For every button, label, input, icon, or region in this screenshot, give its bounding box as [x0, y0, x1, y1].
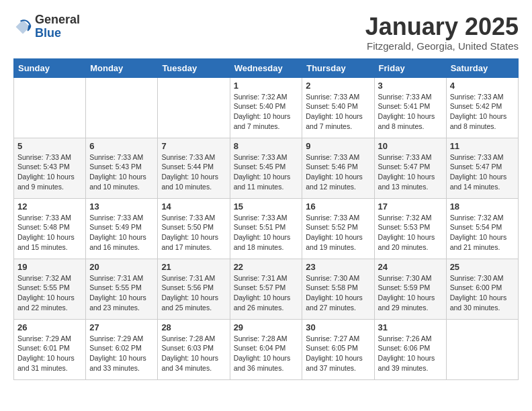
day-info-27: Sunrise: 7:29 AM Sunset: 6:02 PM Dayligh…: [89, 334, 154, 373]
calendar-cell-w5-d5: 30Sunrise: 7:27 AM Sunset: 6:05 PM Dayli…: [302, 319, 374, 379]
calendar-cell-w1-d6: 3Sunrise: 7:33 AM Sunset: 5:41 PM Daylig…: [374, 77, 446, 138]
calendar-cell-w1-d3: [158, 77, 230, 138]
day-info-16: Sunrise: 7:33 AM Sunset: 5:52 PM Dayligh…: [306, 213, 370, 253]
logo: General Blue: [13, 13, 80, 40]
day-info-29: Sunrise: 7:28 AM Sunset: 6:04 PM Dayligh…: [234, 334, 299, 373]
day-number-11: 11: [450, 141, 515, 151]
calendar-cell-w2-d6: 10Sunrise: 7:33 AM Sunset: 5:47 PM Dayli…: [374, 138, 446, 198]
day-number-12: 12: [17, 201, 82, 212]
day-number-23: 23: [306, 262, 370, 272]
day-info-23: Sunrise: 7:30 AM Sunset: 5:58 PM Dayligh…: [306, 273, 370, 313]
calendar-cell-w5-d6: 31Sunrise: 7:26 AM Sunset: 6:06 PM Dayli…: [374, 319, 446, 379]
logo-blue-text: Blue: [35, 27, 80, 40]
title-section: January 2025 Fitzgerald, Georgia, United…: [365, 13, 519, 52]
calendar-cell-w3-d5: 16Sunrise: 7:33 AM Sunset: 5:52 PM Dayli…: [302, 198, 374, 259]
day-number-10: 10: [378, 141, 443, 151]
day-number-29: 29: [234, 322, 299, 332]
calendar-cell-w3-d6: 17Sunrise: 7:32 AM Sunset: 5:53 PM Dayli…: [374, 198, 446, 259]
day-number-25: 25: [450, 262, 515, 272]
calendar-cell-w4-d7: 25Sunrise: 7:30 AM Sunset: 6:00 PM Dayli…: [446, 259, 518, 319]
day-number-27: 27: [89, 322, 154, 332]
calendar-cell-w4-d6: 24Sunrise: 7:30 AM Sunset: 5:59 PM Dayli…: [374, 259, 446, 319]
day-info-22: Sunrise: 7:31 AM Sunset: 5:57 PM Dayligh…: [234, 273, 299, 313]
calendar-cell-w2-d3: 7Sunrise: 7:33 AM Sunset: 5:44 PM Daylig…: [158, 138, 230, 198]
calendar-cell-w5-d3: 28Sunrise: 7:28 AM Sunset: 6:03 PM Dayli…: [158, 319, 230, 379]
calendar-cell-w2-d5: 9Sunrise: 7:33 AM Sunset: 5:46 PM Daylig…: [302, 138, 374, 198]
day-number-31: 31: [378, 322, 443, 332]
header-sunday: Sunday: [14, 58, 86, 77]
day-number-18: 18: [450, 201, 515, 212]
calendar-cell-w1-d1: [14, 77, 86, 138]
week-row-1: 1Sunrise: 7:32 AM Sunset: 5:40 PM Daylig…: [14, 77, 519, 138]
page-header: General Blue January 2025 Fitzgerald, Ge…: [13, 13, 519, 52]
weekday-header-row: Sunday Monday Tuesday Wednesday Thursday…: [14, 58, 519, 77]
week-row-4: 19Sunrise: 7:32 AM Sunset: 5:55 PM Dayli…: [14, 259, 519, 319]
week-row-3: 12Sunrise: 7:33 AM Sunset: 5:48 PM Dayli…: [14, 198, 519, 259]
week-row-5: 26Sunrise: 7:29 AM Sunset: 6:01 PM Dayli…: [14, 319, 519, 379]
day-info-1: Sunrise: 7:32 AM Sunset: 5:40 PM Dayligh…: [234, 92, 299, 132]
day-info-26: Sunrise: 7:29 AM Sunset: 6:01 PM Dayligh…: [17, 334, 82, 373]
calendar-cell-w2-d2: 6Sunrise: 7:33 AM Sunset: 5:43 PM Daylig…: [86, 138, 158, 198]
day-number-19: 19: [17, 262, 82, 272]
day-number-6: 6: [89, 141, 154, 151]
day-info-7: Sunrise: 7:33 AM Sunset: 5:44 PM Dayligh…: [161, 152, 226, 192]
day-number-21: 21: [161, 262, 226, 272]
calendar-cell-w2-d1: 5Sunrise: 7:33 AM Sunset: 5:43 PM Daylig…: [14, 138, 86, 198]
day-number-30: 30: [306, 322, 370, 332]
calendar-table: Sunday Monday Tuesday Wednesday Thursday…: [13, 58, 519, 380]
day-info-2: Sunrise: 7:33 AM Sunset: 5:40 PM Dayligh…: [306, 92, 370, 132]
calendar-cell-w2-d7: 11Sunrise: 7:33 AM Sunset: 5:47 PM Dayli…: [446, 138, 518, 198]
page-container: General Blue January 2025 Fitzgerald, Ge…: [0, 0, 532, 387]
day-number-2: 2: [306, 81, 370, 91]
day-info-20: Sunrise: 7:31 AM Sunset: 5:55 PM Dayligh…: [89, 273, 154, 313]
calendar-cell-w5-d7: [446, 319, 518, 379]
header-wednesday: Wednesday: [230, 58, 302, 77]
calendar-cell-w3-d4: 15Sunrise: 7:33 AM Sunset: 5:51 PM Dayli…: [230, 198, 302, 259]
day-number-15: 15: [234, 201, 299, 212]
day-info-14: Sunrise: 7:33 AM Sunset: 5:50 PM Dayligh…: [161, 213, 226, 253]
day-info-18: Sunrise: 7:32 AM Sunset: 5:54 PM Dayligh…: [450, 213, 515, 253]
logo-icon: [13, 17, 32, 36]
day-info-21: Sunrise: 7:31 AM Sunset: 5:56 PM Dayligh…: [161, 273, 226, 313]
day-number-22: 22: [234, 262, 299, 272]
day-number-8: 8: [234, 141, 299, 151]
logo-text: General Blue: [35, 13, 80, 40]
day-number-9: 9: [306, 141, 370, 151]
day-info-5: Sunrise: 7:33 AM Sunset: 5:43 PM Dayligh…: [17, 152, 82, 192]
calendar-cell-w1-d2: [86, 77, 158, 138]
logo-general-text: General: [35, 13, 80, 27]
calendar-cell-w2-d4: 8Sunrise: 7:33 AM Sunset: 5:45 PM Daylig…: [230, 138, 302, 198]
header-friday: Friday: [374, 58, 446, 77]
day-number-5: 5: [17, 141, 82, 151]
day-info-24: Sunrise: 7:30 AM Sunset: 5:59 PM Dayligh…: [378, 273, 443, 313]
day-info-28: Sunrise: 7:28 AM Sunset: 6:03 PM Dayligh…: [161, 334, 226, 373]
calendar-cell-w4-d4: 22Sunrise: 7:31 AM Sunset: 5:57 PM Dayli…: [230, 259, 302, 319]
calendar-cell-w5-d4: 29Sunrise: 7:28 AM Sunset: 6:04 PM Dayli…: [230, 319, 302, 379]
day-number-28: 28: [161, 322, 226, 332]
calendar-cell-w3-d7: 18Sunrise: 7:32 AM Sunset: 5:54 PM Dayli…: [446, 198, 518, 259]
day-info-30: Sunrise: 7:27 AM Sunset: 6:05 PM Dayligh…: [306, 334, 370, 373]
day-info-9: Sunrise: 7:33 AM Sunset: 5:46 PM Dayligh…: [306, 152, 370, 192]
month-title: January 2025: [365, 13, 519, 40]
calendar-body: 1Sunrise: 7:32 AM Sunset: 5:40 PM Daylig…: [14, 77, 519, 379]
day-number-3: 3: [378, 81, 443, 91]
calendar-cell-w5-d2: 27Sunrise: 7:29 AM Sunset: 6:02 PM Dayli…: [86, 319, 158, 379]
calendar-cell-w4-d3: 21Sunrise: 7:31 AM Sunset: 5:56 PM Dayli…: [158, 259, 230, 319]
calendar-cell-w1-d5: 2Sunrise: 7:33 AM Sunset: 5:40 PM Daylig…: [302, 77, 374, 138]
day-number-1: 1: [234, 81, 299, 91]
day-info-13: Sunrise: 7:33 AM Sunset: 5:49 PM Dayligh…: [89, 213, 154, 253]
location-text: Fitzgerald, Georgia, United States: [365, 40, 519, 52]
header-tuesday: Tuesday: [158, 58, 230, 77]
day-number-24: 24: [378, 262, 443, 272]
day-info-11: Sunrise: 7:33 AM Sunset: 5:47 PM Dayligh…: [450, 152, 515, 192]
day-info-3: Sunrise: 7:33 AM Sunset: 5:41 PM Dayligh…: [378, 92, 443, 132]
day-number-20: 20: [89, 262, 154, 272]
calendar-cell-w3-d2: 13Sunrise: 7:33 AM Sunset: 5:49 PM Dayli…: [86, 198, 158, 259]
day-info-31: Sunrise: 7:26 AM Sunset: 6:06 PM Dayligh…: [378, 334, 443, 373]
header-thursday: Thursday: [302, 58, 374, 77]
day-info-8: Sunrise: 7:33 AM Sunset: 5:45 PM Dayligh…: [234, 152, 299, 192]
day-number-16: 16: [306, 201, 370, 212]
calendar-cell-w5-d1: 26Sunrise: 7:29 AM Sunset: 6:01 PM Dayli…: [14, 319, 86, 379]
calendar-cell-w4-d5: 23Sunrise: 7:30 AM Sunset: 5:58 PM Dayli…: [302, 259, 374, 319]
day-info-10: Sunrise: 7:33 AM Sunset: 5:47 PM Dayligh…: [378, 152, 443, 192]
